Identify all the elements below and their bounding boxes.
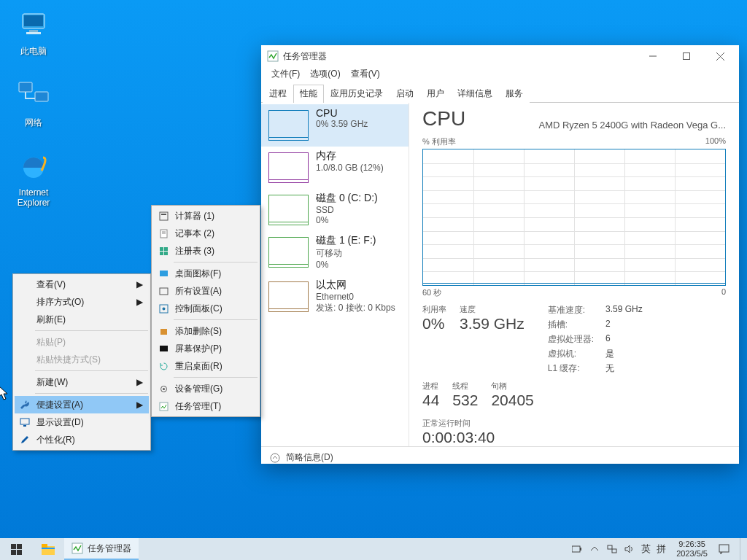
taskbar-app-taskmgr[interactable]: 任务管理器	[64, 538, 139, 560]
perf-card-disk0[interactable]: 磁盘 0 (C: D:) SSD 0%	[261, 189, 409, 231]
label: 网络	[25, 117, 42, 128]
sub-notepad[interactable]: 记事本 (2)	[153, 225, 258, 242]
svg-rect-9	[684, 53, 690, 60]
perf-card-cpu[interactable]: CPU 0% 3.59 GHz	[261, 104, 409, 147]
ctx-refresh[interactable]: 刷新(E)	[15, 311, 149, 328]
start-button[interactable]	[0, 538, 32, 560]
sublabel: SSD	[316, 205, 378, 215]
sublabel2: 0%	[316, 215, 378, 225]
ctx-sort[interactable]: 排序方式(O)▶	[15, 293, 149, 311]
proc-label: 进程	[422, 381, 439, 392]
tray-ime-mode[interactable]: 拼	[657, 542, 666, 556]
svg-rect-36	[17, 550, 22, 555]
tray-time: 9:26:35	[676, 540, 708, 549]
tray-clock[interactable]: 9:26:35 2023/5/5	[672, 540, 712, 559]
sub-regedit[interactable]: 注册表 (3)	[153, 242, 258, 260]
sublabel2: 发送: 0 接收: 0 Kbps	[316, 302, 395, 314]
sublabel: Ethernet0	[316, 292, 395, 302]
taskmgr-icon	[267, 50, 279, 62]
tab-app-history[interactable]: 应用历史记录	[324, 85, 390, 103]
sub-desktop-icons[interactable]: 桌面图标(F)	[153, 265, 258, 282]
performance-main: CPU AMD Ryzen 5 2400G with Radeon Vega G…	[409, 103, 739, 446]
proc-value: 44	[422, 392, 439, 409]
sub-restart-desktop[interactable]: 重启桌面(R)	[153, 357, 258, 375]
tray-battery-icon[interactable]	[571, 543, 583, 555]
sub-all-settings[interactable]: 所有设置(A)	[153, 282, 258, 300]
ctx-view[interactable]: 查看(V)▶	[15, 276, 149, 293]
ctx-new[interactable]: 新建(W)▶	[15, 373, 149, 391]
svg-rect-25	[160, 288, 168, 295]
show-desktop-button[interactable]	[740, 538, 744, 560]
task-manager-window: 任务管理器 文件(F) 选项(O) 查看(V) 进程 性能 应用历史记录 启动 …	[261, 45, 739, 464]
label: 磁盘 1 (E: F:)	[316, 234, 376, 247]
graph-xleft: 60 秒	[422, 287, 441, 298]
close-button[interactable]	[705, 45, 739, 67]
ctx-quick-settings[interactable]: 便捷设置(A)▶	[15, 396, 149, 413]
network-icon	[16, 79, 51, 114]
menu-options[interactable]: 选项(O)	[306, 67, 344, 81]
screensaver-icon	[158, 343, 169, 354]
tray-ime-lang[interactable]: 英	[641, 542, 651, 556]
tab-startup[interactable]: 启动	[390, 85, 420, 103]
registry-icon	[158, 245, 169, 257]
control-panel-icon	[158, 303, 169, 314]
label: 此电脑	[20, 46, 47, 56]
desktop-icon	[158, 268, 169, 279]
performance-sidebar: CPU 0% 3.59 GHz 内存 1.0/8.0 GB (12%) 磁盘 0…	[261, 103, 409, 446]
icon-this-pc[interactable]: 此电脑	[6, 7, 61, 58]
tab-details[interactable]: 详细信息	[451, 85, 499, 103]
tray-network-icon[interactable]	[606, 543, 618, 555]
fewer-details-link[interactable]: 简略信息(D)	[286, 451, 333, 464]
svg-rect-3	[26, 32, 41, 34]
svg-rect-1	[24, 15, 43, 26]
tab-services[interactable]: 服务	[499, 85, 530, 103]
sub-screensaver[interactable]: 屏幕保护(P)	[153, 340, 258, 357]
eth-thumb	[268, 281, 309, 312]
l1-label: L1 缓存:	[548, 362, 594, 375]
calculator-icon	[158, 210, 169, 222]
label: 磁盘 0 (C: D:)	[316, 192, 378, 205]
svg-rect-32	[160, 402, 168, 411]
tab-performance[interactable]: 性能	[293, 85, 324, 103]
cpu-graph[interactable]	[422, 149, 726, 286]
sub-task-manager[interactable]: 任务管理(T)	[153, 397, 258, 415]
sub-device-manager[interactable]: 设备管理(G)	[153, 380, 258, 397]
icon-network[interactable]: 网络	[6, 79, 61, 129]
svg-rect-41	[572, 546, 580, 552]
sub-add-remove[interactable]: 添加删除(S)	[153, 322, 258, 340]
util-value: 0%	[422, 315, 446, 332]
perf-card-memory[interactable]: 内存 1.0/8.0 GB (12%)	[261, 147, 409, 189]
icon-ie[interactable]: Internet Explorer	[6, 149, 61, 208]
perf-card-ethernet[interactable]: 以太网 Ethernet0 发送: 0 接收: 0 Kbps	[261, 276, 409, 320]
menu-bar: 文件(F) 选项(O) 查看(V)	[261, 67, 739, 81]
tab-users[interactable]: 用户	[420, 85, 451, 103]
brush-icon	[19, 434, 31, 446]
taskbar: 任务管理器 英 拼 9:26:35 2023/5/5	[0, 538, 747, 560]
tab-strip: 进程 性能 应用历史记录 启动 用户 详细信息 服务	[261, 84, 739, 103]
tray-volume-icon[interactable]	[624, 543, 635, 555]
svg-rect-14	[23, 425, 26, 427]
tray-notifications-icon[interactable]	[718, 543, 729, 555]
maximize-button[interactable]	[672, 45, 705, 67]
tray-date: 2023/5/5	[676, 549, 708, 559]
svg-rect-4	[19, 82, 32, 92]
ctx-personalize[interactable]: 个性化(R)	[15, 431, 149, 448]
tab-processes[interactable]: 进程	[263, 85, 293, 103]
menu-file[interactable]: 文件(F)	[267, 67, 304, 81]
menu-view[interactable]: 查看(V)	[347, 67, 384, 81]
ctx-display-settings[interactable]: 显示设置(D)	[15, 413, 149, 431]
titlebar[interactable]: 任务管理器	[261, 45, 739, 67]
svg-rect-13	[20, 419, 29, 424]
svg-rect-42	[580, 548, 581, 551]
tray-chevron-up-icon[interactable]	[589, 543, 600, 555]
perf-card-disk1[interactable]: 磁盘 1 (E: F:) 可移动 0%	[261, 231, 409, 276]
vm-label: 虚拟机:	[548, 348, 594, 360]
minimize-button[interactable]	[638, 45, 672, 67]
sub-calculator[interactable]: 计算器 (1)	[153, 207, 258, 225]
chevron-right-icon: ▶	[136, 400, 143, 410]
svg-rect-35	[11, 550, 16, 555]
vm-value: 是	[605, 348, 643, 360]
disk-thumb	[268, 237, 309, 268]
explorer-button[interactable]	[32, 538, 64, 560]
sub-control-panel[interactable]: 控制面板(C)	[153, 300, 258, 317]
